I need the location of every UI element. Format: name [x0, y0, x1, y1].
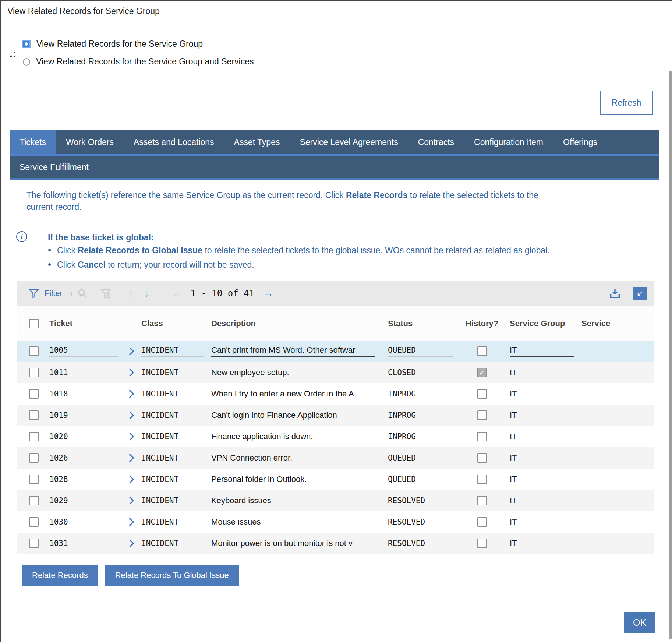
row-checkbox[interactable] [29, 496, 39, 505]
table-row[interactable]: 1018 INCIDENT When I try to enter a new … [17, 383, 654, 405]
minimize-table-icon[interactable]: ↙ [633, 287, 647, 300]
class-value: INCIDENT [141, 518, 178, 526]
class-value: INCIDENT [141, 432, 178, 441]
class-value: INCIDENT [141, 475, 178, 484]
service-group-value: IT [510, 389, 517, 399]
ticket-value[interactable]: 1028 [49, 475, 68, 484]
row-checkbox[interactable] [29, 389, 39, 399]
filter-link[interactable]: Filter [45, 289, 63, 298]
ticket-value[interactable]: 1029 [49, 496, 68, 505]
dialog-titlebar: View Related Records for Service Group [1, 1, 672, 22]
ticket-value[interactable]: 1020 [49, 432, 68, 441]
chevron-right-icon[interactable] [122, 426, 138, 447]
table-row[interactable]: 1031 INCIDENT Monitor power is on but mo… [17, 533, 654, 554]
ticket-value[interactable]: 1005 [49, 346, 118, 357]
pagination-counter: 1 - 10 of 41 [191, 288, 254, 299]
row-checkbox[interactable] [29, 517, 39, 527]
status-value: RESOLVED [388, 539, 425, 548]
row-checkbox[interactable] [29, 453, 39, 463]
clear-filter-icon[interactable] [100, 288, 111, 299]
chevron-right-icon[interactable] [122, 469, 138, 490]
row-checkbox[interactable] [29, 368, 39, 377]
chevron-right-icon[interactable] [122, 383, 138, 405]
row-checkbox[interactable] [29, 475, 39, 484]
history-checkbox[interactable] [477, 389, 487, 399]
vertical-scrollbar[interactable] [669, 71, 672, 639]
search-icon[interactable] [77, 288, 88, 299]
chevron-right-icon[interactable] [122, 490, 138, 511]
tab-assets-and-locations[interactable]: Assets and Locations [124, 130, 224, 154]
filter-expand-icon[interactable]: › [70, 288, 73, 299]
toolbar-divider [94, 285, 94, 302]
class-value: INCIDENT [141, 389, 178, 398]
chevron-right-icon[interactable] [122, 511, 138, 533]
move-up-icon[interactable]: ↑ [128, 288, 134, 299]
radio-selected-icon[interactable] [22, 40, 31, 48]
filter-icon[interactable] [28, 288, 39, 299]
chevron-right-icon[interactable] [122, 341, 138, 362]
tab-row-1: Tickets Work Orders Assets and Locations… [10, 130, 659, 154]
history-checkbox[interactable] [477, 453, 487, 463]
ok-button[interactable]: OK [624, 612, 655, 633]
history-checkbox[interactable] [477, 432, 487, 441]
table-row[interactable]: 1011 INCIDENT New employee setup. CLOSED… [17, 362, 654, 383]
table-row[interactable]: 1020 INCIDENT Finance application is dow… [17, 426, 654, 447]
tab-configuration-item[interactable]: Configuration Item [464, 130, 553, 154]
status-value: QUEUED [388, 454, 416, 462]
class-value: INCIDENT [141, 346, 204, 357]
history-checkbox[interactable] [477, 539, 487, 548]
row-checkbox[interactable] [29, 346, 39, 356]
table-row[interactable]: 1005 INCIDENT Can't print from MS Word. … [17, 341, 654, 362]
class-value: INCIDENT [141, 539, 178, 548]
next-page-icon[interactable]: → [263, 288, 273, 299]
description-value: Can't print from MS Word. Other softwar [211, 345, 375, 357]
history-checkbox[interactable] [477, 517, 487, 527]
select-all-checkbox[interactable] [29, 319, 39, 328]
intro-bold: Relate Records [346, 190, 407, 200]
ticket-value[interactable]: 1030 [49, 518, 68, 526]
row-checkbox[interactable] [29, 539, 39, 548]
previous-page-icon[interactable]: ← [171, 288, 182, 299]
history-checkbox[interactable] [477, 475, 487, 484]
tab-asset-types[interactable]: Asset Types [224, 130, 290, 154]
relate-records-global-button[interactable]: Relate Records To Global Issue [105, 565, 239, 586]
radio-option-service-group-and-services[interactable]: View Related Records for the Service Gro… [23, 57, 254, 67]
move-down-icon[interactable]: ↓ [144, 288, 149, 299]
radio-option-service-group[interactable]: View Related Records for the Service Gro… [22, 39, 203, 49]
ticket-value[interactable]: 1019 [49, 411, 68, 420]
intro-text: The following ticket(s) reference the sa… [26, 189, 549, 213]
chevron-right-icon[interactable] [122, 405, 138, 426]
ticket-value[interactable]: 1018 [49, 389, 68, 398]
chevron-right-icon[interactable] [122, 533, 138, 554]
tab-contracts[interactable]: Contracts [408, 130, 464, 154]
table-row[interactable]: 1028 INCIDENT Personal folder in Outlook… [17, 469, 654, 490]
history-checkbox[interactable] [477, 496, 487, 505]
row-checkbox[interactable] [29, 410, 39, 420]
history-checkbox[interactable] [477, 410, 487, 420]
relate-records-button[interactable]: Relate Records [22, 565, 98, 586]
ticket-value[interactable]: 1011 [49, 368, 68, 377]
tab-offerings[interactable]: Offerings [553, 130, 607, 154]
view-related-records-dialog: View Related Records for Service Group .… [0, 0, 672, 642]
description-value: Monitor power is on but monitor is not v [211, 539, 353, 548]
chevron-right-icon[interactable] [122, 447, 138, 469]
class-value: INCIDENT [141, 454, 178, 462]
service-group-value: IT [510, 475, 517, 484]
ticket-value[interactable]: 1031 [49, 539, 68, 548]
tab-tickets[interactable]: Tickets [10, 130, 56, 154]
table-row[interactable]: 1029 INCIDENT Keyboard issues RESOLVED I… [17, 490, 654, 511]
download-icon[interactable] [609, 287, 621, 300]
ticket-value[interactable]: 1026 [49, 454, 68, 462]
tab-service-level-agreements[interactable]: Service Level Agreements [290, 130, 408, 154]
radio-unselected-icon[interactable] [23, 58, 30, 66]
table-row[interactable]: 1019 INCIDENT Can't login into Finance A… [17, 405, 654, 426]
toolbar-divider [160, 285, 160, 302]
tab-service-fulfillment[interactable]: Service Fulfillment [10, 156, 99, 178]
table-row[interactable]: 1026 INCIDENT VPN Connection error. QUEU… [17, 447, 654, 469]
refresh-button[interactable]: Refresh [600, 91, 653, 115]
history-checkbox[interactable] [477, 346, 487, 356]
row-checkbox[interactable] [29, 432, 39, 441]
table-row[interactable]: 1030 INCIDENT Mouse issues RESOLVED IT [17, 511, 654, 533]
tab-work-orders[interactable]: Work Orders [56, 130, 124, 154]
chevron-right-icon[interactable] [122, 362, 138, 383]
